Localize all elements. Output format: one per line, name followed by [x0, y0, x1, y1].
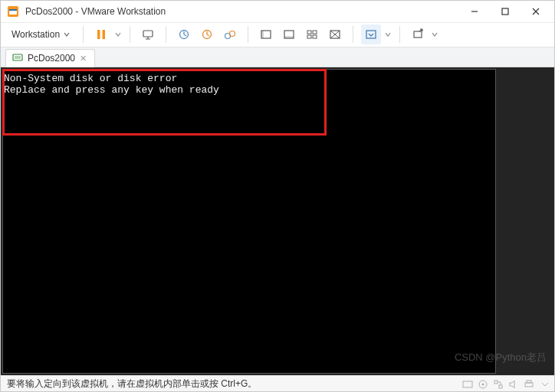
view-thumbnail-button[interactable] [302, 24, 322, 44]
view-single-button[interactable] [256, 24, 276, 44]
status-bar: 要将输入定向到该虚拟机，请在虚拟机内部单击或按 Ctrl+G。 [1, 375, 554, 391]
status-tray [462, 379, 550, 390]
svg-rect-5 [103, 30, 106, 39]
svg-rect-3 [502, 8, 508, 15]
maximize-button[interactable] [490, 1, 521, 22]
stretch-button[interactable] [408, 24, 428, 44]
more-icon[interactable] [539, 379, 550, 390]
separator [248, 26, 248, 43]
svg-rect-28 [499, 385, 502, 388]
svg-rect-17 [307, 35, 311, 38]
vmware-logo-icon [7, 5, 19, 18]
status-hint: 要将输入定向到该虚拟机，请在虚拟机内部单击或按 Ctrl+G。 [7, 377, 257, 390]
svg-rect-20 [366, 31, 376, 38]
workstation-menu[interactable]: Workstation [7, 26, 75, 43]
tab-pcdos2000[interactable]: PcDos2000 ✕ [5, 49, 95, 67]
printer-icon[interactable] [524, 379, 534, 390]
toolbar: Workstation [1, 23, 554, 47]
view-unity-button[interactable] [325, 24, 345, 44]
console-line-1: Non-System disk or disk error [4, 73, 177, 84]
svg-rect-24 [463, 381, 472, 387]
view-console-button[interactable] [279, 24, 299, 44]
stretch-dropdown-icon[interactable] [431, 31, 438, 38]
svg-rect-30 [527, 381, 531, 383]
pause-button[interactable] [91, 24, 111, 44]
svg-rect-23 [15, 56, 21, 59]
sound-icon[interactable] [508, 379, 519, 390]
network-icon[interactable] [493, 379, 504, 390]
fullscreen-dropdown-icon[interactable] [384, 31, 392, 38]
window-title: PcDos2000 - VMware Workstation [25, 6, 166, 17]
svg-point-26 [482, 384, 484, 386]
app-window: PcDos2000 - VMware Workstation Workstati… [0, 0, 555, 392]
tab-bar: PcDos2000 ✕ [1, 47, 554, 67]
snapshot-take-button[interactable] [174, 24, 194, 44]
svg-rect-16 [313, 31, 317, 34]
svg-rect-6 [143, 31, 153, 37]
vm-tab-icon [12, 53, 23, 64]
separator [83, 26, 84, 43]
vm-viewport: Non-System disk or disk error Replace an… [1, 67, 554, 375]
separator [353, 26, 353, 43]
separator [399, 26, 400, 43]
close-button[interactable] [521, 1, 551, 22]
separator [130, 26, 130, 43]
svg-rect-27 [494, 381, 498, 384]
svg-rect-21 [414, 31, 422, 38]
snapshot-manager-button[interactable] [220, 24, 240, 44]
separator [166, 26, 166, 43]
tab-close-icon[interactable]: ✕ [80, 54, 87, 64]
cd-icon[interactable] [478, 379, 488, 390]
vm-console[interactable]: Non-System disk or disk error Replace an… [2, 69, 496, 374]
title-bar: PcDos2000 - VMware Workstation [1, 1, 554, 23]
svg-rect-4 [97, 30, 100, 39]
pause-dropdown-icon[interactable] [114, 31, 122, 38]
svg-rect-12 [261, 31, 264, 38]
minimize-button[interactable] [459, 1, 490, 22]
workstation-menu-label: Workstation [11, 29, 60, 40]
svg-rect-18 [313, 35, 317, 38]
tab-label: PcDos2000 [28, 53, 75, 64]
svg-rect-2 [9, 9, 17, 11]
send-ctrl-alt-del-button[interactable] [138, 24, 158, 44]
snapshot-revert-button[interactable] [197, 24, 217, 44]
fullscreen-button[interactable] [361, 24, 381, 44]
svg-rect-29 [525, 383, 533, 387]
chevron-down-icon [63, 31, 71, 38]
svg-point-10 [230, 31, 235, 37]
console-line-2: Replace and press any key when ready [4, 84, 219, 96]
svg-rect-15 [307, 31, 311, 34]
svg-rect-14 [284, 36, 294, 38]
disk-icon[interactable] [462, 379, 473, 390]
